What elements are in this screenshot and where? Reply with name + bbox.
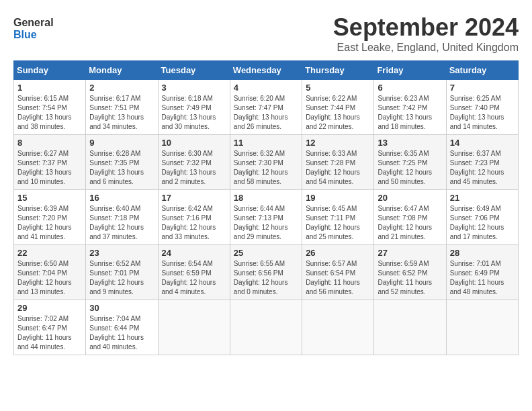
day-info: Sunrise: 6:52 AM Sunset: 7:01 PM Dayligh… xyxy=(89,259,154,297)
table-row: 20 Sunrise: 6:47 AM Sunset: 7:08 PM Dayl… xyxy=(374,190,446,245)
table-row: 4 Sunrise: 6:20 AM Sunset: 7:47 PM Dayli… xyxy=(230,80,302,135)
col-monday: Monday xyxy=(86,61,158,80)
logo-blue: Blue xyxy=(13,29,54,41)
day-info: Sunrise: 6:59 AM Sunset: 6:52 PM Dayligh… xyxy=(378,259,442,297)
table-row: 5 Sunrise: 6:22 AM Sunset: 7:44 PM Dayli… xyxy=(302,80,374,135)
day-number: 27 xyxy=(378,248,442,258)
table-row: 15 Sunrise: 6:39 AM Sunset: 7:20 PM Dayl… xyxy=(14,190,86,245)
day-info: Sunrise: 7:04 AM Sunset: 6:44 PM Dayligh… xyxy=(89,314,154,352)
calendar-table: Sunday Monday Tuesday Wednesday Thursday… xyxy=(13,60,519,355)
empty-cell xyxy=(230,300,302,355)
table-row: 1 Sunrise: 6:15 AM Sunset: 7:54 PM Dayli… xyxy=(14,80,86,135)
day-info: Sunrise: 6:47 AM Sunset: 7:08 PM Dayligh… xyxy=(378,204,442,242)
table-row: 3 Sunrise: 6:18 AM Sunset: 7:49 PM Dayli… xyxy=(158,80,230,135)
day-number: 19 xyxy=(306,193,370,203)
day-number: 3 xyxy=(162,83,226,93)
day-number: 18 xyxy=(234,193,298,203)
table-row: 18 Sunrise: 6:44 AM Sunset: 7:13 PM Dayl… xyxy=(230,190,302,245)
day-number: 20 xyxy=(378,193,442,203)
day-number: 6 xyxy=(378,83,442,93)
table-row: 22 Sunrise: 6:50 AM Sunset: 7:04 PM Dayl… xyxy=(14,245,86,300)
table-row: 21 Sunrise: 6:49 AM Sunset: 7:06 PM Dayl… xyxy=(446,190,518,245)
table-row: 6 Sunrise: 6:23 AM Sunset: 7:42 PM Dayli… xyxy=(374,80,446,135)
table-row: 25 Sunrise: 6:55 AM Sunset: 6:56 PM Dayl… xyxy=(230,245,302,300)
day-info: Sunrise: 6:45 AM Sunset: 7:11 PM Dayligh… xyxy=(306,204,370,242)
table-row: 10 Sunrise: 6:30 AM Sunset: 7:32 PM Dayl… xyxy=(158,135,230,190)
calendar-week-row: 22 Sunrise: 6:50 AM Sunset: 7:04 PM Dayl… xyxy=(14,245,519,300)
table-row: 11 Sunrise: 6:32 AM Sunset: 7:30 PM Dayl… xyxy=(230,135,302,190)
calendar-week-row: 29 Sunrise: 7:02 AM Sunset: 6:47 PM Dayl… xyxy=(14,300,519,355)
location: East Leake, England, United Kingdom xyxy=(333,42,519,54)
col-wednesday: Wednesday xyxy=(230,61,302,80)
empty-cell xyxy=(302,300,374,355)
day-number: 22 xyxy=(17,248,82,258)
table-row: 16 Sunrise: 6:40 AM Sunset: 7:18 PM Dayl… xyxy=(86,190,158,245)
day-info: Sunrise: 6:15 AM Sunset: 7:54 PM Dayligh… xyxy=(17,94,82,132)
day-info: Sunrise: 6:25 AM Sunset: 7:40 PM Dayligh… xyxy=(450,94,515,132)
calendar-week-row: 15 Sunrise: 6:39 AM Sunset: 7:20 PM Dayl… xyxy=(14,190,519,245)
day-info: Sunrise: 6:39 AM Sunset: 7:20 PM Dayligh… xyxy=(17,204,82,242)
day-number: 24 xyxy=(162,248,226,258)
empty-cell xyxy=(374,300,446,355)
day-number: 8 xyxy=(17,138,82,148)
col-tuesday: Tuesday xyxy=(158,61,230,80)
day-info: Sunrise: 6:27 AM Sunset: 7:37 PM Dayligh… xyxy=(17,149,82,187)
page-header: General Blue September 2024 East Leake, … xyxy=(13,13,519,54)
empty-cell xyxy=(446,300,518,355)
day-number: 9 xyxy=(89,138,154,148)
day-number: 23 xyxy=(89,248,154,258)
day-number: 13 xyxy=(378,138,442,148)
col-thursday: Thursday xyxy=(302,61,374,80)
day-number: 21 xyxy=(450,193,515,203)
table-row: 8 Sunrise: 6:27 AM Sunset: 7:37 PM Dayli… xyxy=(14,135,86,190)
day-info: Sunrise: 6:28 AM Sunset: 7:35 PM Dayligh… xyxy=(89,149,154,187)
table-row: 30 Sunrise: 7:04 AM Sunset: 6:44 PM Dayl… xyxy=(86,300,158,355)
day-info: Sunrise: 6:50 AM Sunset: 7:04 PM Dayligh… xyxy=(17,259,82,297)
table-row: 14 Sunrise: 6:37 AM Sunset: 7:23 PM Dayl… xyxy=(446,135,518,190)
table-row: 7 Sunrise: 6:25 AM Sunset: 7:40 PM Dayli… xyxy=(446,80,518,135)
day-info: Sunrise: 6:20 AM Sunset: 7:47 PM Dayligh… xyxy=(234,94,298,132)
day-number: 1 xyxy=(17,83,82,93)
title-area: September 2024 East Leake, England, Unit… xyxy=(333,13,519,54)
day-number: 2 xyxy=(89,83,154,93)
day-number: 17 xyxy=(162,193,226,203)
day-number: 12 xyxy=(306,138,370,148)
day-info: Sunrise: 6:22 AM Sunset: 7:44 PM Dayligh… xyxy=(306,94,370,132)
table-row: 23 Sunrise: 6:52 AM Sunset: 7:01 PM Dayl… xyxy=(86,245,158,300)
calendar-week-row: 1 Sunrise: 6:15 AM Sunset: 7:54 PM Dayli… xyxy=(14,80,519,135)
day-number: 30 xyxy=(89,303,154,313)
day-number: 28 xyxy=(450,248,515,258)
table-row: 27 Sunrise: 6:59 AM Sunset: 6:52 PM Dayl… xyxy=(374,245,446,300)
table-row: 12 Sunrise: 6:33 AM Sunset: 7:28 PM Dayl… xyxy=(302,135,374,190)
logo-general: General xyxy=(13,17,54,29)
day-number: 10 xyxy=(162,138,226,148)
col-sunday: Sunday xyxy=(14,61,86,80)
day-number: 16 xyxy=(89,193,154,203)
table-row: 24 Sunrise: 6:54 AM Sunset: 6:59 PM Dayl… xyxy=(158,245,230,300)
day-info: Sunrise: 6:57 AM Sunset: 6:54 PM Dayligh… xyxy=(306,259,370,297)
day-info: Sunrise: 6:32 AM Sunset: 7:30 PM Dayligh… xyxy=(234,149,298,187)
table-row: 29 Sunrise: 7:02 AM Sunset: 6:47 PM Dayl… xyxy=(14,300,86,355)
day-info: Sunrise: 7:02 AM Sunset: 6:47 PM Dayligh… xyxy=(17,314,82,352)
day-number: 26 xyxy=(306,248,370,258)
col-saturday: Saturday xyxy=(446,61,518,80)
col-friday: Friday xyxy=(374,61,446,80)
day-info: Sunrise: 6:23 AM Sunset: 7:42 PM Dayligh… xyxy=(378,94,442,132)
day-number: 7 xyxy=(450,83,515,93)
day-number: 4 xyxy=(234,83,298,93)
day-info: Sunrise: 6:40 AM Sunset: 7:18 PM Dayligh… xyxy=(89,204,154,242)
day-info: Sunrise: 6:17 AM Sunset: 7:51 PM Dayligh… xyxy=(89,94,154,132)
logo: General Blue xyxy=(13,17,54,40)
day-number: 5 xyxy=(306,83,370,93)
table-row: 17 Sunrise: 6:42 AM Sunset: 7:16 PM Dayl… xyxy=(158,190,230,245)
calendar-header-row: Sunday Monday Tuesday Wednesday Thursday… xyxy=(14,61,519,80)
calendar-week-row: 8 Sunrise: 6:27 AM Sunset: 7:37 PM Dayli… xyxy=(14,135,519,190)
day-info: Sunrise: 6:18 AM Sunset: 7:49 PM Dayligh… xyxy=(162,94,226,132)
table-row: 19 Sunrise: 6:45 AM Sunset: 7:11 PM Dayl… xyxy=(302,190,374,245)
day-number: 15 xyxy=(17,193,82,203)
day-info: Sunrise: 6:49 AM Sunset: 7:06 PM Dayligh… xyxy=(450,204,515,242)
day-info: Sunrise: 6:30 AM Sunset: 7:32 PM Dayligh… xyxy=(162,149,226,187)
table-row: 9 Sunrise: 6:28 AM Sunset: 7:35 PM Dayli… xyxy=(86,135,158,190)
day-info: Sunrise: 6:54 AM Sunset: 6:59 PM Dayligh… xyxy=(162,259,226,297)
empty-cell xyxy=(158,300,230,355)
